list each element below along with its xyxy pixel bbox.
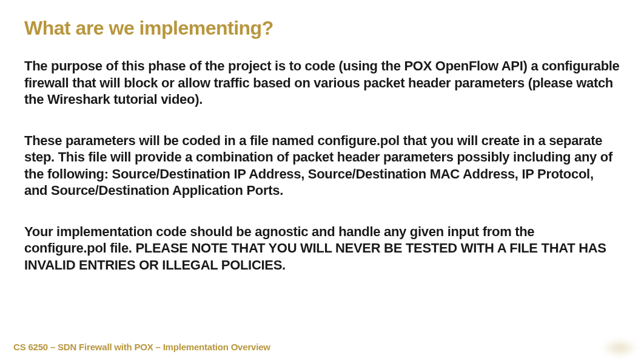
slide-title: What are we implementing? xyxy=(24,17,620,39)
slide-footer: CS 6250 – SDN Firewall with POX – Implem… xyxy=(13,342,270,352)
slide-container: What are we implementing? The purpose of… xyxy=(0,0,644,363)
paragraph-3: Your implementation code should be agnos… xyxy=(24,223,620,274)
corner-decoration-icon xyxy=(602,339,638,357)
paragraph-2: These parameters will be coded in a file… xyxy=(24,132,620,199)
paragraph-1: The purpose of this phase of the project… xyxy=(24,58,620,108)
